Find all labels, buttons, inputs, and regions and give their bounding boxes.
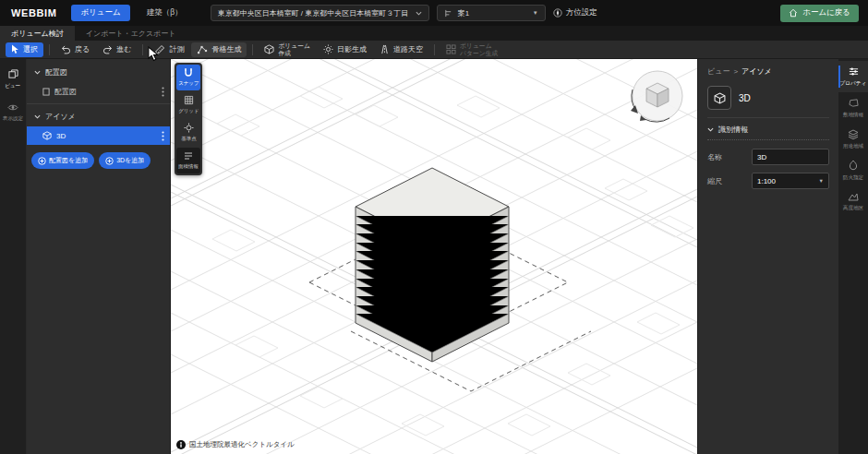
rail-item-label: プロパティ — [840, 79, 867, 87]
name-input[interactable] — [752, 149, 829, 165]
plan-dropdown-value: 案1 — [458, 8, 527, 18]
orientation-button[interactable]: 方位設定 — [553, 7, 597, 18]
magnet-snap-icon — [184, 67, 193, 78]
tool-label: 日影生成 — [337, 44, 367, 54]
views-icon — [8, 69, 18, 79]
tree-section-layout[interactable]: 配置図 — [27, 63, 170, 82]
cube-icon — [264, 44, 274, 54]
attribution-icon — [176, 440, 186, 449]
tool-label: 骨格生成 — [211, 44, 241, 54]
orientation-label: 方位設定 — [566, 7, 597, 18]
palette-item-label: 面積情報 — [178, 162, 199, 170]
breadcrumb: ビュー > アイソメ — [707, 66, 829, 77]
section-header-label: 識別情報 — [718, 125, 748, 135]
tool-label-line2: 作成 — [278, 50, 310, 57]
chevron-down-icon — [707, 127, 714, 132]
tool-volume-pattern[interactable]: ボリューム パターン生成 — [440, 42, 503, 57]
home-button[interactable]: ホームに戻る — [780, 5, 859, 22]
address-dropdown[interactable]: 東京都中央区日本橋室町 / 東京都中央区日本橋室町３丁目 — [211, 5, 429, 21]
map-graphics — [171, 59, 697, 454]
palette-item-grid[interactable]: グリッド — [176, 92, 200, 118]
crosshair-icon — [184, 123, 194, 133]
tool-volume-create[interactable]: ボリューム 作成 — [259, 42, 316, 57]
pattern-grid-icon — [446, 44, 456, 54]
tool-select[interactable]: 選択 — [6, 42, 43, 57]
ruler-icon — [154, 44, 165, 55]
more-options-icon[interactable] — [162, 87, 164, 97]
tool-label: 選択 — [23, 44, 38, 54]
redo-icon — [102, 45, 113, 54]
add-layout-button[interactable]: 配置図を追加 — [31, 152, 94, 169]
rail-item-label: 用途地域 — [843, 142, 863, 149]
building-volume[interactable] — [356, 168, 509, 362]
app-window: WEBBIM ボリューム 建築（β） 東京都中央区日本橋室町 / 東京都中央区日… — [0, 0, 868, 454]
chevron-down-icon — [34, 114, 41, 119]
rail-item-properties[interactable]: プロパティ — [838, 61, 868, 92]
tool-measure[interactable]: 計測 — [149, 42, 189, 57]
map-3d-viewport[interactable]: スナップ グリッド 基準点 面積情報 — [171, 59, 697, 454]
chevron-down-icon — [416, 11, 422, 16]
toolbar-separator — [434, 44, 435, 55]
main-area: ビュー 表示設定 配置図 配置図 アイソメ — [0, 59, 868, 454]
palette-item-label: 基準点 — [181, 135, 196, 142]
mode-tab-row: ボリューム検討 インポート・エクスポート — [0, 26, 868, 41]
breadcrumb-current: アイソメ — [741, 66, 772, 77]
rail-item-zoning[interactable]: 用途地域 — [838, 124, 868, 155]
tool-label: 進む — [116, 44, 131, 54]
scale-select[interactable]: 1:100 ▼ — [752, 173, 829, 189]
palette-item-origin[interactable]: 基準点 — [176, 120, 200, 146]
rail-item-site-info[interactable]: 敷地情報 — [838, 92, 868, 124]
tool-undo[interactable]: 戻る — [55, 42, 95, 57]
tree-section-isometric[interactable]: アイソメ — [27, 107, 170, 126]
palette-item-area-info[interactable]: 面積情報 — [176, 148, 200, 173]
plan-icon — [444, 9, 452, 18]
polyline-pen-icon — [197, 44, 208, 54]
rail-item-fire-code[interactable]: 防火指定 — [838, 155, 868, 186]
rail-item-label: 高度地区 — [843, 204, 863, 211]
address-dropdown-value: 東京都中央区日本橋室町 / 東京都中央区日本橋室町３丁目 — [218, 8, 409, 18]
plan-dropdown[interactable]: 案1 ▼ — [437, 5, 546, 21]
tree-item-layout[interactable]: 配置図 — [27, 82, 170, 101]
rail-item-label: ビュー — [5, 82, 20, 90]
document-icon — [42, 88, 50, 96]
palette-item-snap[interactable]: スナップ — [176, 65, 200, 90]
breadcrumb-parent[interactable]: ビュー — [707, 66, 729, 77]
left-rail: ビュー 表示設定 — [0, 59, 26, 454]
object-type-cube-icon — [707, 86, 731, 110]
sliders-icon — [849, 66, 859, 77]
undo-icon — [61, 45, 71, 54]
list-info-icon — [184, 151, 193, 161]
tab-volume[interactable]: ボリューム — [71, 5, 129, 21]
more-options-icon[interactable] — [162, 131, 164, 141]
add-3d-button[interactable]: 3Dを追加 — [99, 152, 151, 169]
sun-icon — [323, 44, 333, 54]
tree-item-3d[interactable]: 3D — [27, 126, 170, 145]
rail-item-view[interactable]: ビュー — [0, 65, 26, 94]
scale-field-label: 縮尺 — [707, 176, 722, 186]
palette-item-label: グリッド — [178, 107, 199, 114]
tool-label-line1: ボリューム — [278, 42, 310, 50]
tab-volume-study[interactable]: ボリューム検討 — [0, 26, 75, 41]
name-field-label: 名称 — [707, 152, 722, 162]
tool-shadow-generate[interactable]: 日影生成 — [318, 42, 372, 57]
add-button-label: 配置図を追加 — [49, 156, 88, 165]
tool-skeleton-generate[interactable]: 骨格生成 — [191, 42, 247, 57]
rail-item-display-settings[interactable]: 表示設定 — [0, 98, 26, 127]
tree-add-buttons: 配置図を追加 3Dを追加 — [27, 145, 170, 176]
tool-redo[interactable]: 進む — [97, 42, 137, 57]
tree-section-label: アイソメ — [45, 112, 76, 122]
toolbar: 選択 戻る 進む 計測 骨格生成 ボリューム 作成 — [0, 41, 868, 59]
rail-item-height-district[interactable]: 高度地区 — [838, 186, 868, 218]
snap-tool-palette: スナップ グリッド 基準点 面積情報 — [175, 63, 202, 175]
view-orbit-gizmo[interactable] — [631, 71, 682, 122]
chevron-down-icon — [34, 70, 41, 75]
add-button-label: 3Dを追加 — [116, 156, 144, 165]
section-header[interactable]: 識別情報 — [707, 125, 829, 140]
tool-road-sky[interactable]: 道路天空 — [374, 42, 428, 57]
tab-architecture[interactable]: 建築（β） — [138, 5, 192, 21]
tab-import-export[interactable]: インポート・エクスポート — [75, 26, 187, 41]
breadcrumb-separator: > — [733, 67, 738, 76]
object-name: 3D — [739, 93, 751, 103]
grid-icon — [184, 95, 194, 105]
rail-item-label: 防火指定 — [843, 173, 863, 181]
